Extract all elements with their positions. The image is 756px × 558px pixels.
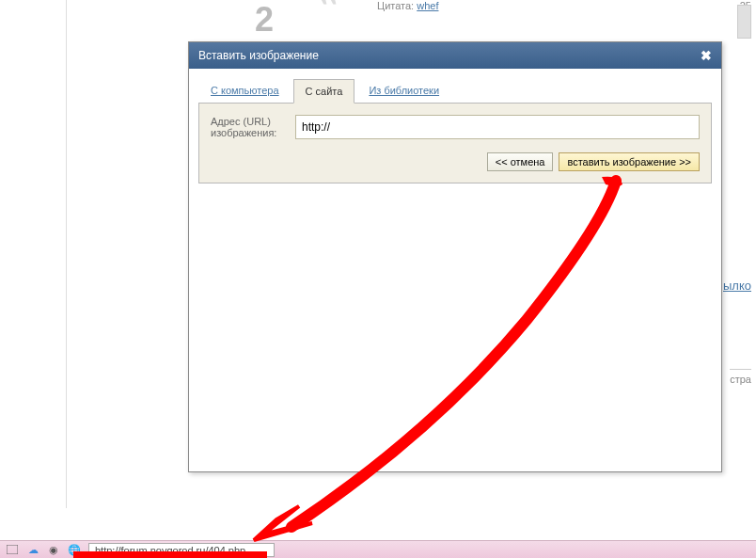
- insert-image-dialog: Вставить изображение ✖ С компьютера С са…: [188, 41, 722, 472]
- annotation-underline: [73, 551, 267, 558]
- disc-icon[interactable]: ◉: [45, 543, 62, 556]
- source-tabs: С компьютера С сайта Из библиотеки: [198, 78, 712, 104]
- image-url-input[interactable]: [295, 115, 700, 139]
- url-label: Адрес (URL) изображения:: [211, 116, 295, 138]
- close-icon[interactable]: ✖: [701, 48, 712, 63]
- thumbnail-image: [737, 5, 751, 39]
- dialog-header[interactable]: Вставить изображение ✖: [189, 42, 721, 69]
- dialog-title: Вставить изображение: [198, 49, 319, 62]
- quote-label: Цитата: whef: [377, 0, 438, 11]
- cancel-button[interactable]: << отмена: [487, 152, 554, 171]
- tab-from-library[interactable]: Из библиотеки: [356, 78, 451, 103]
- pagination-label: стра: [730, 369, 751, 385]
- url-form: Адрес (URL) изображения: << отмена встав…: [198, 104, 712, 183]
- quote-decoration: ‟: [316, 0, 340, 24]
- insert-button[interactable]: вставить изображение >>: [559, 152, 700, 171]
- sidebar-link[interactable]: ылко: [723, 279, 751, 293]
- dialog-empty-area: [198, 183, 712, 458]
- cloud-icon[interactable]: ☁: [24, 543, 41, 556]
- svg-rect-0: [7, 545, 18, 554]
- tab-from-computer[interactable]: С компьютера: [198, 78, 291, 103]
- quote-author-link[interactable]: whef: [417, 0, 438, 11]
- vote-number: 2: [255, 0, 274, 40]
- tab-from-site[interactable]: С сайта: [293, 79, 355, 104]
- window-icon[interactable]: [4, 543, 21, 556]
